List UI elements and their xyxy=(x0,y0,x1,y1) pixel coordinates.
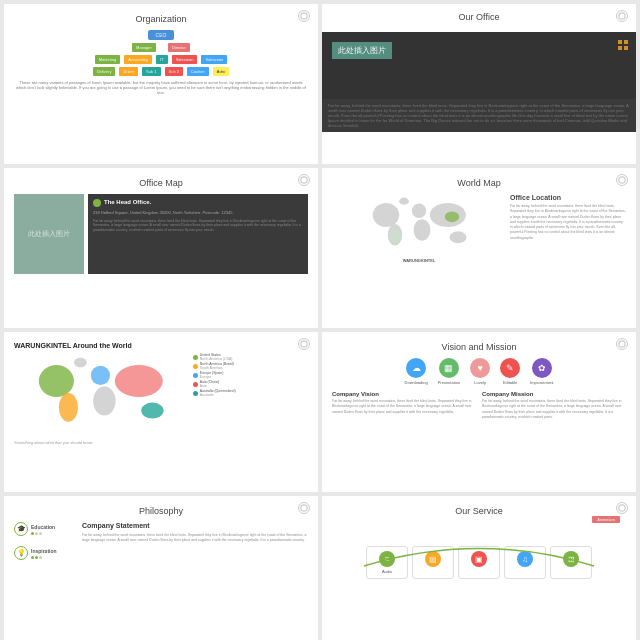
inspiration-icon: 💡 xyxy=(14,546,28,560)
lovely-label: Lovely xyxy=(474,380,486,385)
org-row-2: Marketing Accounting IT Salesman Salesma… xyxy=(95,55,228,64)
svg-point-1 xyxy=(619,13,625,19)
slide-philosophy: Philosophy 🎓 Education 💡 xyxy=(4,496,318,640)
around-world-title: WARUNGKINTEL Around the World xyxy=(14,342,308,349)
svg-point-20 xyxy=(74,358,87,368)
presentation-icon: ▦ xyxy=(439,358,459,378)
head-office-title: The Head Office. xyxy=(104,199,151,205)
animation-badge: Animation xyxy=(592,516,620,523)
svg-point-0 xyxy=(301,13,307,19)
improvement-icon: ✿ xyxy=(532,358,552,378)
world-map-svg-area: WARUNGKINTEL xyxy=(332,194,506,263)
philosophy-education: 🎓 Education xyxy=(14,522,74,536)
org-salesman1: Salesman xyxy=(172,55,198,64)
svg-point-11 xyxy=(445,211,459,222)
legend-label-brazil: North America (Brazil)South America xyxy=(200,362,234,370)
legend-label-australia: Australia (Queensland)Australia xyxy=(200,389,236,397)
legend-dot-us xyxy=(193,355,198,360)
org-sub1: Sub 1 xyxy=(142,67,160,76)
org-cashier: Cashier xyxy=(187,67,209,76)
svg-point-14 xyxy=(39,365,74,397)
legend-item-australia: Australia (Queensland)Australia xyxy=(193,389,308,397)
service-box-5: ⊞ xyxy=(550,546,592,579)
vision-icon-downloading: ☁ Downloading xyxy=(405,358,428,385)
inspiration-dot-2 xyxy=(35,556,38,559)
org-chart: CEO Manager Director Marketing Accountin… xyxy=(14,30,308,76)
svg-point-9 xyxy=(450,231,467,243)
org-it: IT xyxy=(156,55,168,64)
svg-point-2 xyxy=(301,177,307,183)
slide-our-office: Our Office 此处插入图片 Far far away, behind t… xyxy=(322,4,636,164)
org-accounting: Accounting xyxy=(124,55,152,64)
service-box-4: ♫ xyxy=(504,546,546,579)
office-decorative-dots xyxy=(618,40,628,50)
service-box-3: ▣ xyxy=(458,546,500,579)
legend-dot-asia xyxy=(193,382,198,387)
service-boxes-row: ≡ Audio ▤ ▣ ♫ ⊞ xyxy=(332,546,626,579)
statement-title: Company Statement xyxy=(82,522,308,529)
office-map-content: 此处插入图片 The Head Office. 234 Halford Squa… xyxy=(14,194,308,274)
svg-point-3 xyxy=(619,177,625,183)
around-world-legend: United StatesNorth America (USA) North A… xyxy=(193,353,308,437)
world-map-brand: WARUNGKINTEL xyxy=(332,258,506,263)
vision-icons-row: ☁ Downloading ▦ Presentation ♥ Lovely ✎ … xyxy=(332,358,626,385)
slide-2-num xyxy=(616,10,628,22)
service-icon-5: ⊞ xyxy=(563,551,579,567)
slide-1-title: Organization xyxy=(14,14,308,24)
svg-point-13 xyxy=(301,341,307,347)
vision-icon-lovely: ♥ Lovely xyxy=(470,358,490,385)
slide-world-map: World Map xyxy=(322,168,636,328)
inspiration-dots xyxy=(31,556,57,559)
org-driver: Driver xyxy=(119,67,138,76)
vision-icon-editable: ✎ Editable xyxy=(500,358,520,385)
map-img-placeholder: 此处插入图片 xyxy=(28,229,70,239)
mission-col-title: Company Mission xyxy=(482,391,626,397)
downloading-icon: ☁ xyxy=(406,358,426,378)
education-label: Education xyxy=(31,524,55,530)
legend-dot-brazil xyxy=(193,364,198,369)
svg-point-7 xyxy=(414,219,431,241)
world-map-info: Office Location Far far away, behind the… xyxy=(510,194,626,263)
service-icon-4: ♫ xyxy=(517,551,533,567)
map-location-icon xyxy=(93,199,101,207)
svg-point-23 xyxy=(619,505,625,511)
org-director: Director xyxy=(168,43,190,52)
org-row-3: Delivery Driver Sub 1 Sub 2 Cashier Adm xyxy=(93,67,229,76)
org-footer-text: These are many variants of passages of l… xyxy=(14,80,308,96)
slide-1-num xyxy=(298,10,310,22)
around-world-content: United StatesNorth America (USA) North A… xyxy=(14,353,308,437)
around-world-map xyxy=(14,353,187,437)
vision-column: Company Vision Far far away, behind the … xyxy=(332,391,476,420)
org-ceo: CEO xyxy=(148,30,175,40)
slide-our-service: Our Service Animation ≡ Audio ▤ ▣ ♫ xyxy=(322,496,636,640)
svg-point-21 xyxy=(619,341,625,347)
education-icon: 🎓 xyxy=(14,522,28,536)
slide-3-num xyxy=(298,174,310,186)
philosophy-left-panel: 🎓 Education 💡 Inspiration xyxy=(14,522,74,570)
service-label-1: Audio xyxy=(382,569,392,574)
legend-label-asia: Asia (China)Asia xyxy=(200,380,219,388)
slide-organization: Organization CEO Manager Director Market… xyxy=(4,4,318,164)
lovely-icon: ♥ xyxy=(470,358,490,378)
slide-4-num xyxy=(616,174,628,186)
slide-8-title: Our Service xyxy=(332,506,626,516)
svg-point-17 xyxy=(93,387,115,416)
mission-column: Company Mission Far far away, behind the… xyxy=(482,391,626,420)
slide-6-title: Vision and Mission xyxy=(332,342,626,352)
inspiration-label: Inspiration xyxy=(31,548,57,554)
vision-icon-presentation: ▦ Presentation xyxy=(438,358,460,385)
svg-point-18 xyxy=(115,365,163,397)
slide-6-num xyxy=(616,338,628,350)
svg-point-15 xyxy=(59,393,78,422)
around-map-visual xyxy=(14,353,187,433)
head-office-desc: Far far away, behind the word mountains,… xyxy=(93,219,303,234)
slide-office-map: Office Map 此处插入图片 The Head Office. 234 H… xyxy=(4,168,318,328)
vision-mission-columns: Company Vision Far far away, behind the … xyxy=(332,391,626,420)
svg-point-19 xyxy=(141,403,163,419)
slide-4-title: World Map xyxy=(332,178,626,188)
improvement-label: Improvement xyxy=(530,380,553,385)
around-footer: Something about what that you should kno… xyxy=(14,440,308,445)
slide-vision-mission: Vision and Mission ☁ Downloading ▦ Prese… xyxy=(322,332,636,492)
legend-item-brazil: North America (Brazil)South America xyxy=(193,362,308,370)
office-map-image: 此处插入图片 xyxy=(14,194,84,274)
